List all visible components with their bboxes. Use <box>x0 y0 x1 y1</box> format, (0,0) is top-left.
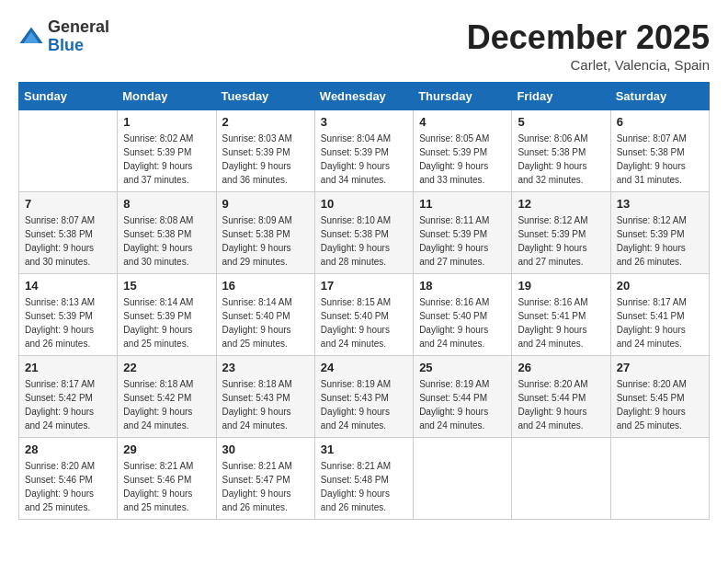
day-info: Sunrise: 8:14 AMSunset: 5:40 PMDaylight:… <box>222 295 309 350</box>
sunset-text: Sunset: 5:39 PM <box>518 227 604 241</box>
calendar-cell: 17Sunrise: 8:15 AMSunset: 5:40 PMDayligh… <box>314 274 413 356</box>
sunset-text: Sunset: 5:38 PM <box>25 227 111 241</box>
calendar-cell: 2Sunrise: 8:03 AMSunset: 5:39 PMDaylight… <box>216 110 314 192</box>
day-number: 5 <box>518 115 604 129</box>
day-info: Sunrise: 8:10 AMSunset: 5:38 PMDaylight:… <box>321 213 407 269</box>
sunrise-text: Sunrise: 8:17 AM <box>25 377 111 391</box>
calendar-cell: 19Sunrise: 8:16 AMSunset: 5:41 PMDayligh… <box>512 274 610 356</box>
calendar-cell <box>512 438 610 520</box>
sunrise-text: Sunrise: 8:03 AM <box>222 132 309 145</box>
logo-general-text: General <box>48 18 109 37</box>
calendar-week-row: 21Sunrise: 8:17 AMSunset: 5:42 PMDayligh… <box>19 356 710 438</box>
day-info: Sunrise: 8:06 AMSunset: 5:38 PMDaylight:… <box>518 132 604 187</box>
daylight-text: Daylight: 9 hours and 25 minutes. <box>617 405 703 432</box>
day-number: 23 <box>222 361 309 374</box>
sunrise-text: Sunrise: 8:06 AM <box>518 132 604 145</box>
sunset-text: Sunset: 5:44 PM <box>419 391 506 405</box>
calendar-cell: 1Sunrise: 8:02 AMSunset: 5:39 PMDaylight… <box>118 110 216 192</box>
calendar-cell: 22Sunrise: 8:18 AMSunset: 5:42 PMDayligh… <box>118 356 216 438</box>
daylight-text: Daylight: 9 hours and 32 minutes. <box>518 159 604 187</box>
day-number: 6 <box>617 115 703 129</box>
day-number: 17 <box>321 279 407 293</box>
calendar-week-row: 1Sunrise: 8:02 AMSunset: 5:39 PMDaylight… <box>19 110 710 192</box>
sunset-text: Sunset: 5:38 PM <box>123 227 210 241</box>
day-number: 7 <box>25 197 111 211</box>
calendar-cell: 6Sunrise: 8:07 AMSunset: 5:38 PMDaylight… <box>610 110 709 192</box>
day-info: Sunrise: 8:20 AMSunset: 5:45 PMDaylight:… <box>617 377 703 432</box>
daylight-text: Daylight: 9 hours and 25 minutes. <box>222 323 309 350</box>
sunrise-text: Sunrise: 8:16 AM <box>419 295 506 309</box>
sunrise-text: Sunrise: 8:19 AM <box>321 377 407 391</box>
sunset-text: Sunset: 5:47 PM <box>222 473 309 487</box>
sunset-text: Sunset: 5:38 PM <box>321 227 407 241</box>
daylight-text: Daylight: 9 hours and 24 minutes. <box>321 323 407 350</box>
logo: General Blue <box>18 18 109 55</box>
sunset-text: Sunset: 5:38 PM <box>222 227 309 241</box>
day-info: Sunrise: 8:20 AMSunset: 5:46 PMDaylight:… <box>25 459 111 514</box>
daylight-text: Daylight: 9 hours and 25 minutes. <box>123 323 210 350</box>
daylight-text: Daylight: 9 hours and 34 minutes. <box>321 159 407 187</box>
weekday-header-thursday: Thursday <box>414 83 512 110</box>
day-number: 30 <box>222 442 309 456</box>
calendar-cell: 7Sunrise: 8:07 AMSunset: 5:38 PMDaylight… <box>19 192 118 274</box>
sunrise-text: Sunrise: 8:18 AM <box>123 377 210 391</box>
day-info: Sunrise: 8:13 AMSunset: 5:39 PMDaylight:… <box>25 295 111 350</box>
day-info: Sunrise: 8:04 AMSunset: 5:39 PMDaylight:… <box>321 132 407 187</box>
logo-blue-text: Blue <box>48 37 109 55</box>
sunset-text: Sunset: 5:40 PM <box>222 309 309 323</box>
weekday-header-saturday: Saturday <box>610 83 709 110</box>
sunset-text: Sunset: 5:40 PM <box>419 309 506 323</box>
day-info: Sunrise: 8:20 AMSunset: 5:44 PMDaylight:… <box>518 377 604 432</box>
calendar-cell: 31Sunrise: 8:21 AMSunset: 5:48 PMDayligh… <box>314 438 413 520</box>
calendar-cell: 12Sunrise: 8:12 AMSunset: 5:39 PMDayligh… <box>512 192 610 274</box>
daylight-text: Daylight: 9 hours and 26 minutes. <box>25 323 111 350</box>
day-number: 22 <box>123 361 210 374</box>
sunset-text: Sunset: 5:48 PM <box>321 473 407 487</box>
daylight-text: Daylight: 9 hours and 25 minutes. <box>25 487 111 514</box>
calendar-cell: 18Sunrise: 8:16 AMSunset: 5:40 PMDayligh… <box>414 274 512 356</box>
day-number: 21 <box>25 361 111 374</box>
day-number: 26 <box>518 361 604 374</box>
sunrise-text: Sunrise: 8:19 AM <box>419 377 506 391</box>
day-number: 29 <box>123 442 210 456</box>
calendar-cell: 25Sunrise: 8:19 AMSunset: 5:44 PMDayligh… <box>414 356 512 438</box>
sunrise-text: Sunrise: 8:08 AM <box>123 213 210 227</box>
sunset-text: Sunset: 5:42 PM <box>123 391 210 405</box>
sunset-text: Sunset: 5:43 PM <box>321 391 407 405</box>
day-info: Sunrise: 8:19 AMSunset: 5:43 PMDaylight:… <box>321 377 407 432</box>
day-info: Sunrise: 8:08 AMSunset: 5:38 PMDaylight:… <box>123 213 210 269</box>
day-number: 9 <box>222 197 309 211</box>
calendar-cell: 10Sunrise: 8:10 AMSunset: 5:38 PMDayligh… <box>314 192 413 274</box>
calendar-cell: 15Sunrise: 8:14 AMSunset: 5:39 PMDayligh… <box>118 274 216 356</box>
sunset-text: Sunset: 5:40 PM <box>321 309 407 323</box>
sunrise-text: Sunrise: 8:10 AM <box>321 213 407 227</box>
sunset-text: Sunset: 5:39 PM <box>419 145 506 159</box>
sunset-text: Sunset: 5:44 PM <box>518 391 604 405</box>
calendar-cell: 14Sunrise: 8:13 AMSunset: 5:39 PMDayligh… <box>19 274 118 356</box>
daylight-text: Daylight: 9 hours and 36 minutes. <box>222 159 309 187</box>
day-info: Sunrise: 8:18 AMSunset: 5:42 PMDaylight:… <box>123 377 210 432</box>
calendar-cell: 20Sunrise: 8:17 AMSunset: 5:41 PMDayligh… <box>610 274 709 356</box>
day-info: Sunrise: 8:07 AMSunset: 5:38 PMDaylight:… <box>617 132 703 187</box>
sunset-text: Sunset: 5:39 PM <box>222 145 309 159</box>
day-info: Sunrise: 8:12 AMSunset: 5:39 PMDaylight:… <box>518 213 604 269</box>
day-number: 25 <box>419 361 506 374</box>
daylight-text: Daylight: 9 hours and 24 minutes. <box>617 323 703 350</box>
weekday-header-friday: Friday <box>512 83 610 110</box>
calendar-cell: 24Sunrise: 8:19 AMSunset: 5:43 PMDayligh… <box>314 356 413 438</box>
sunrise-text: Sunrise: 8:12 AM <box>518 213 604 227</box>
day-number: 20 <box>617 279 703 293</box>
calendar-cell: 13Sunrise: 8:12 AMSunset: 5:39 PMDayligh… <box>610 192 709 274</box>
day-info: Sunrise: 8:21 AMSunset: 5:48 PMDaylight:… <box>321 459 407 514</box>
sunrise-text: Sunrise: 8:14 AM <box>123 295 210 309</box>
month-title: December 2025 <box>467 18 710 57</box>
day-number: 2 <box>222 115 309 129</box>
sunset-text: Sunset: 5:46 PM <box>25 473 111 487</box>
day-info: Sunrise: 8:16 AMSunset: 5:40 PMDaylight:… <box>419 295 506 350</box>
calendar-cell: 21Sunrise: 8:17 AMSunset: 5:42 PMDayligh… <box>19 356 118 438</box>
day-number: 14 <box>25 279 111 293</box>
sunrise-text: Sunrise: 8:07 AM <box>617 132 703 145</box>
sunrise-text: Sunrise: 8:07 AM <box>25 213 111 227</box>
day-number: 15 <box>123 279 210 293</box>
sunrise-text: Sunrise: 8:02 AM <box>123 132 210 145</box>
